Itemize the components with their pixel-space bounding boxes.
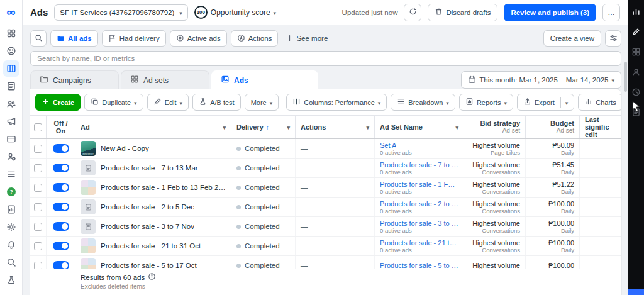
filter-active-ads[interactable]: Active ads: [170, 30, 227, 47]
row-checkbox[interactable]: [34, 145, 42, 153]
ad-on-off-toggle[interactable]: [53, 222, 69, 231]
filter-had-delivery[interactable]: Had delivery: [102, 30, 166, 47]
apps-icon[interactable]: [630, 45, 642, 58]
row-checkbox[interactable]: [34, 184, 42, 192]
flask-icon: [199, 97, 207, 107]
ads-reporting-icon[interactable]: [3, 78, 19, 94]
table-toolbar: Create Duplicate Edit A/B test: [30, 89, 621, 116]
columns-button[interactable]: Columns: Performance: [286, 94, 387, 111]
help-icon[interactable]: ?: [3, 184, 19, 200]
refresh-button[interactable]: [404, 4, 421, 21]
row-checkbox[interactable]: [34, 203, 42, 211]
row-checkbox[interactable]: [34, 242, 42, 250]
vertical-scrollbar[interactable]: [624, 62, 627, 92]
ad-on-off-toggle[interactable]: [53, 144, 69, 153]
row-checkbox[interactable]: [34, 262, 42, 269]
table-row[interactable]: Products for sale - 5 to 17 Oct Complete…: [30, 256, 621, 269]
top-bar: Ads SF IT Services (437627096780792) 100…: [23, 0, 628, 25]
ad-name[interactable]: New Ad - Copy: [101, 145, 149, 152]
charts-button[interactable]: Charts: [578, 94, 621, 111]
billing-icon[interactable]: [3, 131, 19, 147]
search-tool-icon[interactable]: [3, 254, 19, 270]
pen-tool-icon[interactable]: [630, 25, 642, 38]
column-bid-strategy[interactable]: Bid strategyAd set: [464, 116, 526, 138]
view-settings-button[interactable]: [605, 30, 621, 47]
column-delivery[interactable]: Delivery: [231, 116, 296, 138]
advertising-icon[interactable]: [3, 113, 19, 130]
more-button[interactable]: More: [245, 94, 279, 111]
table-row[interactable]: Bestseller New Ad - Copy Completed — Set…: [30, 139, 621, 159]
search-input[interactable]: [30, 51, 621, 66]
ad-account-selector[interactable]: SF IT Services (437627096780792): [54, 4, 188, 21]
ad-name[interactable]: Products for sale - 7 to 13 Mar: [101, 164, 198, 172]
table-row[interactable]: Products for sale - 1 Feb to 13 Feb 2022…: [30, 178, 621, 198]
ad-name[interactable]: Products for sale - 5 to 17 Oct: [101, 262, 197, 269]
audiences-icon[interactable]: [3, 96, 19, 112]
analytics-icon[interactable]: [630, 5, 642, 18]
all-tools-icon[interactable]: [3, 166, 19, 182]
table-row[interactable]: Products for sale - 7 to 13 Mar Complete…: [30, 159, 621, 178]
discard-drafts-button[interactable]: Discard drafts: [428, 4, 497, 21]
column-ad-set-name[interactable]: Ad Set Name: [375, 116, 464, 138]
row-checkbox[interactable]: [34, 223, 42, 231]
column-ad[interactable]: Ad: [75, 116, 231, 138]
instant-forms-icon[interactable]: [3, 201, 19, 218]
table-row[interactable]: Products for sale - 2 to 5 Dec Completed…: [30, 198, 621, 217]
meta-logo-icon[interactable]: ∞: [6, 5, 15, 19]
ad-on-off-toggle[interactable]: [53, 164, 69, 172]
account-overview-icon[interactable]: [3, 43, 19, 59]
see-more-filters-button[interactable]: See more: [282, 34, 331, 43]
notifications-icon[interactable]: [3, 237, 19, 253]
settings-icon[interactable]: [3, 219, 19, 235]
ad-on-off-toggle[interactable]: [53, 261, 69, 269]
ad-set-link[interactable]: Products for sale - 1 Feb to 1...: [380, 181, 458, 188]
ad-set-link[interactable]: Products for sale - 5 to 17 Oct: [380, 262, 458, 269]
tab-campaigns[interactable]: Campaigns: [30, 70, 119, 89]
more-options-button[interactable]: …: [602, 4, 620, 21]
ad-set-link[interactable]: Products for sale - 2 to 5 Dec: [380, 200, 458, 208]
ad-set-link[interactable]: Products for sale - 3 to 7 Nov: [380, 220, 458, 227]
ad-set-link[interactable]: Products for sale - 7 to 13 Mar: [380, 161, 458, 169]
ad-name[interactable]: Products for sale - 3 to 7 Nov: [101, 223, 194, 230]
tab-ads[interactable]: Ads: [211, 70, 318, 89]
campaigns-icon[interactable]: [3, 60, 19, 77]
breakdown-button[interactable]: Breakdown: [391, 94, 455, 111]
ab-test-button[interactable]: A/B test: [192, 94, 241, 111]
table-row[interactable]: Products for sale - 21 to 31 Oct Complet…: [30, 237, 621, 256]
ad-name[interactable]: Products for sale - 21 to 31 Oct: [101, 242, 201, 250]
ad-name[interactable]: Products for sale - 2 to 5 Dec: [101, 203, 194, 211]
create-button[interactable]: Create: [35, 94, 80, 111]
delivery-status-dot: [236, 264, 241, 268]
column-last-significant-edit[interactable]: Last signific edit: [580, 116, 621, 138]
opportunity-score[interactable]: 100 Opportunity score: [194, 6, 276, 19]
info-icon[interactable]: [148, 272, 156, 282]
filter-actions[interactable]: Actions: [231, 30, 279, 47]
ad-set-link[interactable]: Products for sale - 21 to 31 ...: [380, 239, 458, 247]
select-all-checkbox[interactable]: [34, 123, 42, 131]
filter-all-ads[interactable]: All ads: [50, 30, 98, 47]
experiments-icon[interactable]: [3, 272, 19, 288]
filter-search-button[interactable]: [30, 30, 47, 47]
column-actions[interactable]: Actions: [296, 116, 375, 138]
date-range-picker[interactable]: This month: Mar 1, 2025 – Mar 14, 2025: [461, 71, 621, 89]
export-button[interactable]: Export: [517, 94, 574, 111]
business-settings-icon[interactable]: [3, 148, 19, 165]
activity-icon[interactable]: [630, 86, 642, 98]
create-view-button[interactable]: Create a view: [543, 30, 601, 47]
ad-on-off-toggle[interactable]: [53, 242, 69, 250]
duplicate-button[interactable]: Duplicate: [84, 94, 143, 111]
tab-ad-sets[interactable]: Ad sets: [121, 70, 209, 89]
ad-set-link[interactable]: Set A: [380, 142, 396, 149]
reports-button[interactable]: Reports: [459, 94, 513, 111]
column-budget[interactable]: BudgetAd set: [526, 116, 580, 138]
row-checkbox[interactable]: [34, 164, 42, 172]
bid-strategy-value: Highest volume: [472, 220, 520, 227]
ad-name[interactable]: Products for sale - 1 Feb to 13 Feb 2022: [101, 184, 226, 191]
profile-icon[interactable]: [630, 65, 642, 78]
table-row[interactable]: Products for sale - 3 to 7 Nov Completed…: [30, 217, 621, 237]
review-publish-button[interactable]: Review and publish (3): [504, 4, 596, 21]
ad-on-off-toggle[interactable]: [53, 183, 69, 192]
ad-on-off-toggle[interactable]: [53, 203, 69, 211]
ad-account-icon[interactable]: [3, 25, 19, 42]
edit-button[interactable]: Edit: [147, 94, 189, 111]
